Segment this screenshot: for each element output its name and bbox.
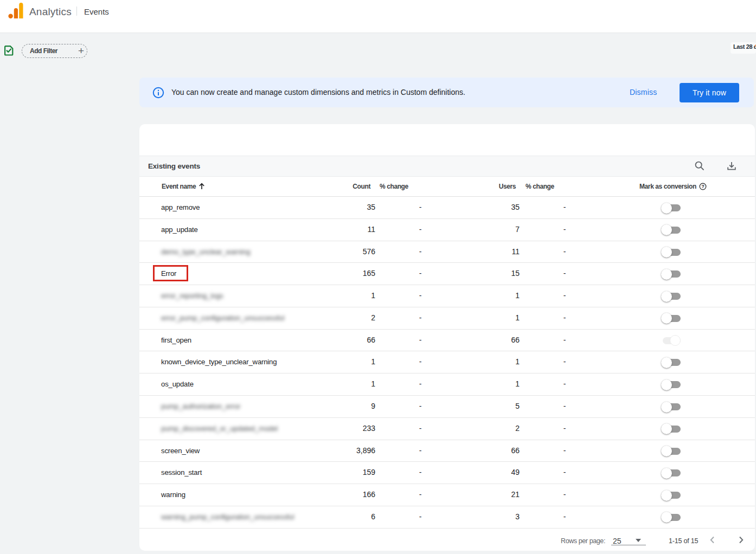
svg-text:?: ? — [701, 184, 704, 189]
